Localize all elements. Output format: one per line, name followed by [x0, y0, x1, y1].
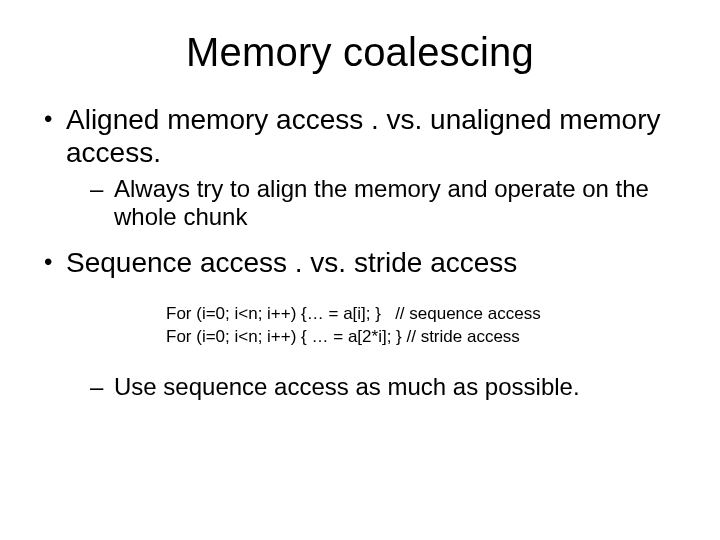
bullet-text: Aligned memory access . vs. unaligned me…: [66, 104, 660, 168]
sub-bullet-list: Always try to align the memory and opera…: [66, 175, 680, 232]
slide-title: Memory coalescing: [40, 30, 680, 75]
code-line-sequence: For (i=0; i<n; i++) {… = a[i]; } // sequ…: [166, 303, 680, 326]
bullet-text: Sequence access . vs. stride access: [66, 247, 517, 278]
sub-bullet-text: Use sequence access as much as possible.: [114, 373, 580, 400]
slide: Memory coalescing Aligned memory access …: [0, 0, 720, 540]
sub-bullet-list: Use sequence access as much as possible.: [66, 373, 680, 401]
code-example: For (i=0; i<n; i++) {… = a[i]; } // sequ…: [166, 303, 680, 349]
sub-bullet-text: Always try to align the memory and opera…: [114, 175, 649, 230]
sub-bullet-use-sequence: Use sequence access as much as possible.: [66, 373, 680, 401]
bullet-sequence-vs-stride: Sequence access . vs. stride access For …: [40, 246, 680, 401]
bullet-list: Aligned memory access . vs. unaligned me…: [40, 103, 680, 401]
code-line-stride: For (i=0; i<n; i++) { … = a[2*i]; } // s…: [166, 326, 680, 349]
bullet-aligned-vs-unaligned: Aligned memory access . vs. unaligned me…: [40, 103, 680, 232]
sub-bullet-align-chunk: Always try to align the memory and opera…: [66, 175, 680, 232]
